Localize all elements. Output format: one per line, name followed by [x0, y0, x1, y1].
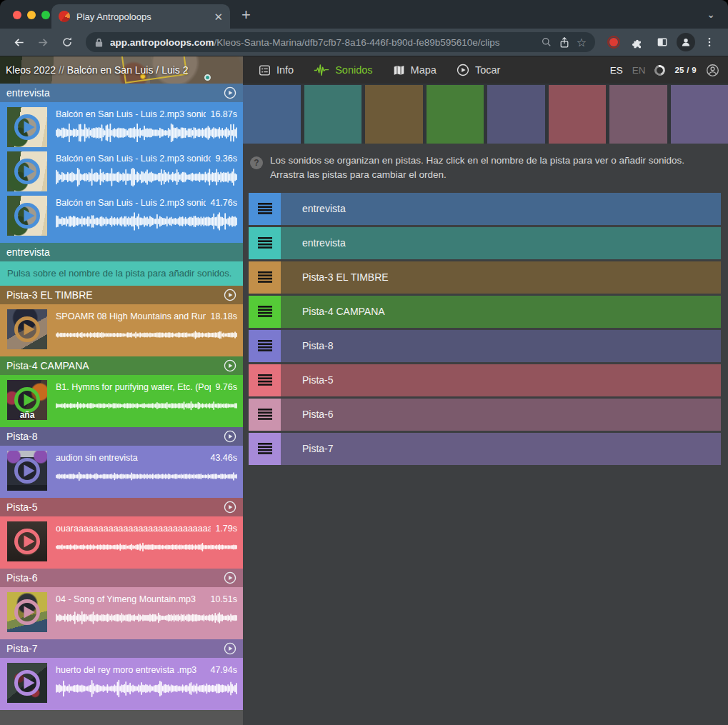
track-name: entrevista — [6, 246, 236, 258]
close-window-button[interactable] — [13, 11, 21, 19]
clip-thumbnail[interactable] — [7, 663, 47, 703]
clip-play-overlay-icon[interactable] — [7, 663, 47, 703]
track-play-button[interactable] — [224, 501, 236, 514]
track-play-button[interactable] — [224, 430, 236, 443]
clip-play-overlay-icon[interactable] — [7, 196, 47, 236]
clips-sidebar: entrevista Balcón en San Luis - Luis 2.m… — [0, 84, 243, 725]
clip-thumbnail[interactable] — [7, 107, 47, 147]
clip-play-overlay-icon[interactable] — [7, 521, 47, 561]
tab-strip: Play Antropoloops ✕ + ⌄ — [0, 0, 728, 29]
track-row[interactable]: Pista-8 — [249, 330, 721, 362]
drag-handle[interactable] — [249, 193, 281, 225]
nav-item-tocar[interactable]: Tocar — [457, 64, 500, 76]
clip-item[interactable]: SPOAMR 08 High Mountains and Running ...… — [0, 306, 243, 351]
waveform — [56, 212, 237, 231]
track-header[interactable]: entrevista — [0, 84, 243, 102]
url-bar[interactable]: app.antropoloops.com/Kleos-Santa-Marina/… — [86, 32, 595, 52]
clip-item[interactable]: Balcón en San Luis - Luis 2.mp3 sonido h… — [0, 193, 243, 237]
track-play-button[interactable] — [224, 642, 236, 655]
forward-button[interactable] — [33, 32, 53, 52]
nav-item-info[interactable]: Info — [259, 64, 294, 76]
lang-en-button[interactable]: EN — [632, 65, 646, 76]
drag-handle[interactable] — [249, 364, 281, 396]
tab-search-chevron-icon[interactable]: ⌄ — [707, 9, 715, 20]
clip-title: audion sin entrevista — [56, 453, 206, 463]
clip-play-overlay-icon[interactable] — [7, 309, 47, 349]
track-row[interactable]: Pista-7 — [249, 433, 721, 465]
track-color-swatch — [609, 85, 667, 144]
clip-play-overlay-icon[interactable] — [7, 151, 47, 191]
clip-item[interactable]: 04 - Song of Yimeng Mountain.mp310.51s — [0, 589, 243, 634]
track-row[interactable]: Pista-5 — [249, 364, 721, 396]
account-icon[interactable] — [706, 64, 719, 77]
clip-item[interactable]: audion sin entrevista43.46s — [0, 448, 243, 492]
clip-play-overlay-icon[interactable] — [7, 592, 47, 632]
browser-tab[interactable]: Play Antropoloops ✕ — [51, 4, 230, 29]
reload-button[interactable] — [57, 32, 77, 52]
drag-handle[interactable] — [249, 227, 281, 259]
track-header[interactable]: Pista-8 — [0, 427, 243, 446]
clip-duration: 43.46s — [206, 453, 237, 463]
drag-handle[interactable] — [249, 261, 281, 294]
drag-handle[interactable] — [249, 399, 281, 431]
track-row-label: entrevista — [302, 203, 346, 214]
clip-item[interactable]: aña B1. Hymns for purifying water, Etc. … — [0, 377, 243, 421]
clip-play-overlay-icon[interactable] — [7, 107, 47, 147]
clip-thumbnail[interactable] — [7, 521, 47, 561]
track-row[interactable]: entrevista — [249, 193, 721, 225]
help-text: Los sonidos se organizan en pistas. Haz … — [270, 154, 718, 183]
browser-profile-avatar[interactable] — [677, 33, 695, 51]
track-play-button[interactable] — [224, 289, 236, 301]
clip-item[interactable]: huerto del rey moro entrevista .mp347.94… — [0, 660, 243, 704]
track-clips: ouaraaaaaaaaaaaaaaaaaaaaaaaaaaaaaaaaaaa.… — [0, 516, 243, 569]
clip-item[interactable]: ouaraaaaaaaaaaaaaaaaaaaaaaaaaaaaaaaaaaa.… — [0, 519, 243, 563]
zoom-page-icon[interactable] — [541, 36, 552, 48]
clip-thumbnail[interactable] — [7, 151, 47, 191]
browser-window: Play Antropoloops ✕ + ⌄ app.antropoloops… — [0, 0, 728, 725]
new-tab-button[interactable]: + — [241, 7, 251, 23]
clip-thumbnail[interactable] — [7, 309, 47, 349]
clip-item[interactable]: Balcón en San Luis - Luis 2.mp3 sonido h… — [0, 149, 243, 193]
drag-handle[interactable] — [249, 433, 281, 465]
record-extension-icon[interactable] — [604, 32, 624, 52]
share-icon[interactable] — [559, 36, 570, 49]
track-row[interactable]: Pista-6 — [249, 399, 721, 431]
lang-es-button[interactable]: ES — [610, 65, 623, 76]
breadcrumb: Kleos 2022//Balcón en San Luis / Luis 2 — [6, 64, 189, 76]
track-clips: aña B1. Hymns for purifying water, Etc. … — [0, 375, 243, 427]
track-row[interactable]: Pista-3 EL TIMBRE — [249, 261, 721, 294]
track-play-button[interactable] — [224, 86, 236, 99]
clip-thumbnail[interactable] — [7, 451, 47, 491]
track-header[interactable]: Pista-3 EL TIMBRE — [0, 286, 243, 304]
track-header[interactable]: Pista-6 — [0, 569, 243, 587]
side-panel-icon[interactable] — [652, 32, 672, 52]
clip-thumbnail[interactable] — [7, 196, 47, 236]
track-header[interactable]: entrevista — [0, 243, 243, 261]
minimize-window-button[interactable] — [27, 11, 36, 19]
zoom-window-button[interactable] — [41, 11, 50, 19]
nav-item-mapa[interactable]: Mapa — [393, 64, 437, 76]
extensions-puzzle-icon[interactable] — [628, 32, 648, 52]
track-header[interactable]: Pista-5 — [0, 498, 243, 516]
back-button[interactable] — [9, 32, 29, 52]
track-name: Pista-3 EL TIMBRE — [6, 289, 224, 301]
drag-handle[interactable] — [249, 296, 281, 328]
track-header[interactable]: Pista-4 CAMPANA — [0, 356, 243, 375]
track-play-button[interactable] — [224, 359, 236, 372]
play-circle-icon — [457, 64, 469, 76]
track-row[interactable]: entrevista — [249, 227, 721, 259]
drag-handle-icon — [258, 374, 272, 386]
drag-handle[interactable] — [249, 330, 281, 362]
track-header[interactable]: Pista-7 — [0, 639, 243, 658]
bookmark-star-icon[interactable]: ☆ — [577, 36, 587, 49]
browser-menu-kebab-icon[interactable] — [699, 32, 719, 52]
clip-duration: 47.94s — [206, 665, 237, 675]
clip-thumbnail[interactable] — [7, 592, 47, 632]
track-play-button[interactable] — [224, 571, 236, 584]
clip-play-overlay-icon[interactable] — [7, 451, 47, 491]
clip-item[interactable]: Balcón en San Luis - Luis 2.mp3 sonido h… — [0, 104, 243, 149]
tab-close-icon[interactable]: ✕ — [214, 11, 223, 22]
nav-item-sonidos[interactable]: Sonidos — [314, 64, 372, 76]
track-row[interactable]: Pista-4 CAMPANA — [249, 296, 721, 328]
clip-thumbnail[interactable]: aña — [7, 380, 47, 420]
